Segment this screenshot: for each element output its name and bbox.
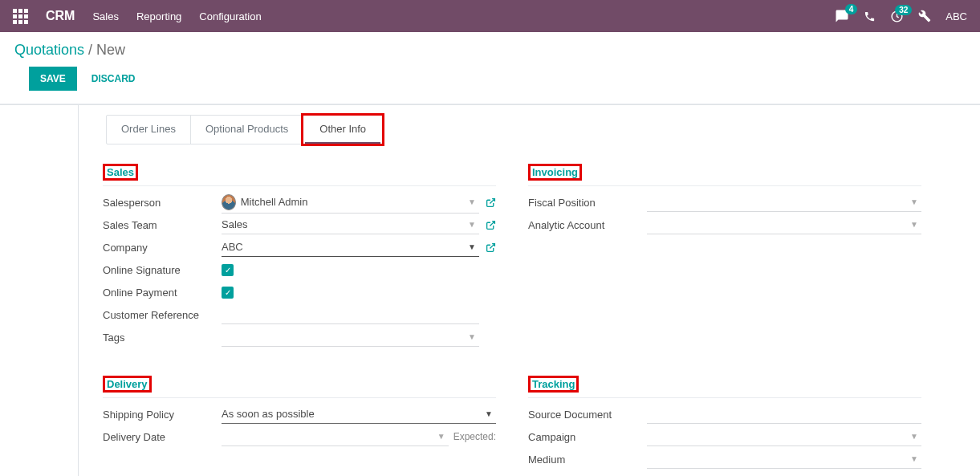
label-sales-team: Sales Team <box>103 219 222 231</box>
chat-icon[interactable]: 4 <box>835 9 849 23</box>
chevron-down-icon[interactable]: ▼ <box>907 432 921 441</box>
chevron-down-icon[interactable]: ▼ <box>465 197 479 206</box>
chevron-down-icon[interactable]: ▼ <box>482 409 496 418</box>
label-salesperson: Salesperson <box>103 197 222 209</box>
input-company[interactable]: ▼ <box>222 238 479 257</box>
checkbox-online-signature[interactable]: ✓ <box>222 264 234 276</box>
tools-icon[interactable] <box>918 10 931 22</box>
delivery-expected-hint: Expected: <box>453 431 496 442</box>
input-analytic-account[interactable]: ▼ <box>647 215 921 234</box>
section-title-tracking: Tracking <box>532 378 575 390</box>
external-link-icon[interactable] <box>486 220 496 230</box>
tab-order-lines[interactable]: Order Lines <box>107 116 191 144</box>
navbar: CRM Sales Reporting Configuration 4 32 A… <box>0 0 980 32</box>
breadcrumb: Quotations / New <box>14 42 966 59</box>
nav-sales[interactable]: Sales <box>92 10 119 22</box>
input-delivery-date[interactable]: ▼ <box>222 427 449 446</box>
highlight-tracking-title: Tracking <box>528 376 579 393</box>
clock-icon[interactable]: 32 <box>890 10 904 23</box>
action-bar: SAVE DISCARD <box>14 59 966 100</box>
input-fiscal-position[interactable]: ▼ <box>647 193 921 212</box>
label-shipping-policy: Shipping Policy <box>103 409 222 421</box>
apps-icon[interactable] <box>13 9 28 24</box>
label-customer-reference: Customer Reference <box>103 309 222 321</box>
chevron-down-icon[interactable]: ▼ <box>434 432 449 441</box>
label-source-document: Source Document <box>528 409 647 421</box>
chevron-down-icon[interactable]: ▼ <box>907 197 921 206</box>
chevron-down-icon[interactable]: ▼ <box>907 220 921 229</box>
input-campaign[interactable]: ▼ <box>647 427 921 446</box>
label-tags: Tags <box>103 332 222 344</box>
section-delivery: Delivery Shipping Policy ▼ Delivery Date… <box>103 376 496 476</box>
checkbox-online-payment[interactable]: ✓ <box>222 287 234 299</box>
highlight-sales-title: Sales <box>103 164 138 181</box>
highlight-tab-other-info: Other Info <box>301 113 384 146</box>
user-menu[interactable]: ABC <box>945 10 967 22</box>
section-title-invoicing: Invoicing <box>532 166 578 178</box>
input-salesperson[interactable]: ▼ <box>222 192 479 214</box>
external-link-icon[interactable] <box>486 197 496 208</box>
breadcrumb-parent[interactable]: Quotations <box>14 42 84 58</box>
highlight-invoicing-title: Invoicing <box>528 164 582 181</box>
label-company: Company <box>103 242 222 254</box>
chat-badge: 4 <box>845 4 858 14</box>
label-delivery-date: Delivery Date <box>103 431 222 443</box>
clock-badge: 32 <box>895 5 912 15</box>
tab-other-info[interactable]: Other Info <box>305 116 380 144</box>
chevron-down-icon[interactable]: ▼ <box>465 242 479 251</box>
chevron-down-icon[interactable]: ▼ <box>465 332 479 341</box>
input-sales-team[interactable]: ▼ <box>222 215 479 234</box>
brand[interactable]: CRM <box>46 9 75 23</box>
phone-icon[interactable] <box>864 10 876 22</box>
discard-button[interactable]: DISCARD <box>88 67 139 91</box>
chevron-down-icon[interactable]: ▼ <box>907 454 921 463</box>
input-medium[interactable]: ▼ <box>647 450 921 469</box>
external-link-icon[interactable] <box>486 242 496 253</box>
label-medium: Medium <box>528 454 647 466</box>
label-online-signature: Online Signature <box>103 264 222 276</box>
section-sales: Sales Salesperson ▼ Sales Team <box>103 164 496 348</box>
label-campaign: Campaign <box>528 431 647 443</box>
nav-right: 4 32 ABC <box>835 9 967 23</box>
input-source[interactable]: ▼ <box>647 472 921 476</box>
form-sheet: Order Lines Optional Products Other Info… <box>79 105 945 476</box>
input-source-document[interactable] <box>647 405 921 424</box>
section-invoicing: Invoicing Fiscal Position ▼ Analytic Acc… <box>528 164 921 348</box>
breadcrumb-current: New <box>96 42 125 58</box>
nav-reporting[interactable]: Reporting <box>136 10 181 22</box>
tabs: Order Lines Optional Products Other Info <box>106 115 383 144</box>
avatar-icon <box>222 194 236 210</box>
input-shipping-policy[interactable]: ▼ <box>222 405 496 424</box>
tab-optional-products[interactable]: Optional Products <box>191 116 303 144</box>
input-customer-reference[interactable] <box>222 305 479 324</box>
input-tags[interactable]: ▼ <box>222 328 479 347</box>
nav-configuration[interactable]: Configuration <box>199 10 261 22</box>
sidebar-gutter <box>0 105 79 476</box>
section-title-sales: Sales <box>107 166 134 178</box>
label-online-payment: Online Payment <box>103 287 222 299</box>
label-analytic-account: Analytic Account <box>528 219 647 231</box>
section-tracking: Tracking Source Document Campaign ▼ <box>528 376 921 476</box>
chevron-down-icon[interactable]: ▼ <box>465 220 479 229</box>
save-button[interactable]: SAVE <box>29 67 77 91</box>
nav-left: CRM Sales Reporting Configuration <box>13 9 262 24</box>
highlight-delivery-title: Delivery <box>103 376 152 393</box>
section-title-delivery: Delivery <box>107 378 148 390</box>
breadcrumb-bar: Quotations / New SAVE DISCARD <box>0 32 980 104</box>
label-fiscal-position: Fiscal Position <box>528 197 647 209</box>
